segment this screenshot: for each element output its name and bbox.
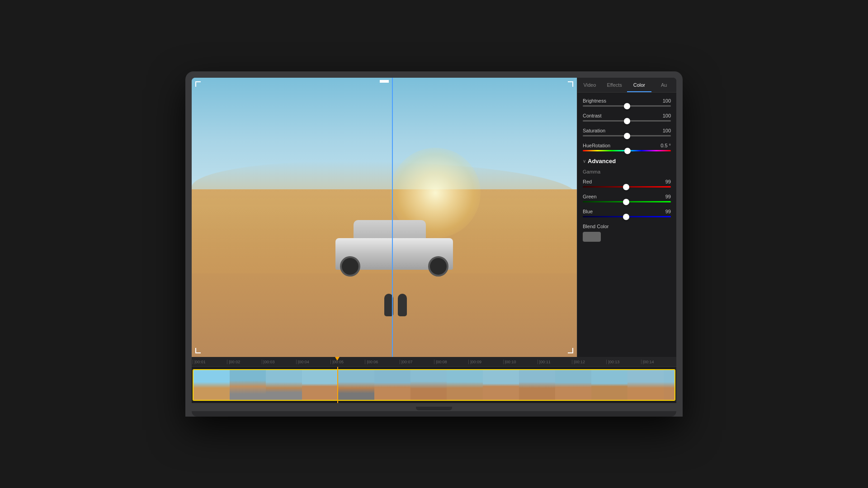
tab-color[interactable]: Color (627, 78, 652, 92)
car-silhouette (326, 216, 462, 279)
crop-handle-tr[interactable] (568, 81, 573, 87)
ruler-mark-4: |00:04 (296, 360, 330, 364)
laptop-bottom (192, 411, 676, 417)
green-slider[interactable] (583, 201, 671, 202)
green-value: 99 (665, 194, 671, 199)
ruler-mark-12: |00:12 (572, 360, 606, 364)
track-thumb-13 (627, 370, 664, 400)
blend-color-section: Blend Color (583, 224, 671, 242)
brightness-value: 100 (663, 98, 671, 103)
track-thumb-8 (447, 370, 483, 400)
hue-slider[interactable] (583, 150, 671, 151)
ruler-mark-2: |00:02 (227, 360, 261, 364)
contrast-control: Contrast 100 (583, 113, 671, 122)
video-area: 00:28 00 ⏮ ⏪ ▶ ⏩ ⏭ 100% ⛶ (192, 78, 577, 357)
track-thumb-10 (519, 370, 555, 400)
crop-handle-br[interactable] (568, 348, 573, 353)
blue-label: Blue (583, 209, 593, 214)
blend-color-label: Blend Color (583, 224, 671, 229)
ruler-mark-9: |00:09 (468, 360, 503, 364)
saturation-thumb (624, 133, 630, 139)
ruler-mark-6: |00:06 (365, 360, 399, 364)
advanced-section: ∨ Advanced Gamma Red 99 (583, 158, 671, 242)
track-thumb-5 (338, 370, 374, 400)
timeline-area: |00:01 |00:02 |00:03 |00:04 |00:05 |00:0… (192, 357, 676, 403)
app-content: 00:28 00 ⏮ ⏪ ▶ ⏩ ⏭ 100% ⛶ (192, 78, 676, 357)
contrast-thumb (624, 118, 630, 124)
car-wheel-right (428, 256, 448, 277)
track-thumb-2 (230, 370, 266, 400)
panel-tabs: Video Effects Color Au (577, 78, 676, 93)
hue-thumb (624, 148, 631, 154)
contrast-value: 100 (663, 113, 671, 118)
ruler-mark-10: |00:10 (503, 360, 538, 364)
blue-slider[interactable] (583, 216, 671, 217)
track-thumb-14 (664, 370, 675, 400)
crop-handle-tl[interactable] (195, 81, 201, 87)
ruler-mark-8: |00:08 (434, 360, 468, 364)
laptop-frame: 00:28 00 ⏮ ⏪ ▶ ⏩ ⏭ 100% ⛶ (185, 71, 683, 417)
red-slider[interactable] (583, 186, 671, 188)
video-track[interactable] (193, 369, 675, 401)
timeline-playhead-marker (335, 357, 340, 361)
blue-value: 99 (665, 209, 671, 214)
track-thumb-11 (555, 370, 591, 400)
saturation-slider[interactable] (583, 135, 671, 136)
color-panel-content: Brightness 100 Contrast 100 (577, 93, 676, 357)
red-value: 99 (665, 179, 671, 184)
ruler-mark-1: |00:01 (193, 360, 227, 364)
person-2 (398, 294, 407, 316)
contrast-label: Contrast (583, 113, 602, 118)
track-thumb-7 (410, 370, 447, 400)
track-thumb-12 (591, 370, 627, 400)
tab-audio[interactable]: Au (651, 78, 676, 92)
track-thumb-1 (193, 370, 230, 400)
green-control: Green 99 (583, 194, 671, 202)
hue-value: 0.5 ° (660, 143, 671, 148)
green-thumb (623, 199, 629, 205)
blend-color-swatch[interactable] (583, 232, 601, 242)
tab-video[interactable]: Video (577, 78, 602, 92)
brightness-control: Brightness 100 (583, 98, 671, 107)
video-playhead-line[interactable] (392, 78, 393, 357)
timeline-tracks (192, 367, 676, 403)
video-preview (192, 78, 577, 357)
advanced-header[interactable]: ∨ Advanced (583, 158, 671, 164)
red-thumb (623, 184, 629, 190)
crop-handle-tc[interactable] (380, 80, 389, 83)
ruler-mark-7: |00:07 (400, 360, 434, 364)
laptop-base (192, 403, 676, 411)
timeline-ruler: |00:01 |00:02 |00:03 |00:04 |00:05 |00:0… (192, 357, 676, 367)
ruler-mark-13: |00:13 (606, 360, 641, 364)
track-thumb-4 (302, 370, 338, 400)
car-wheel-left (340, 256, 360, 277)
contrast-slider[interactable] (583, 120, 671, 122)
laptop-screen: 00:28 00 ⏮ ⏪ ▶ ⏩ ⏭ 100% ⛶ (192, 78, 676, 403)
saturation-value: 100 (663, 128, 671, 133)
hue-rotation-control: HueRotation 0.5 ° (583, 143, 671, 151)
track-thumb-6 (374, 370, 410, 400)
track-playhead[interactable] (337, 367, 338, 403)
brightness-thumb (624, 103, 630, 109)
saturation-label: Saturation (583, 128, 605, 133)
ruler-mark-3: |00:03 (262, 360, 296, 364)
brightness-label: Brightness (583, 98, 606, 103)
ruler-mark-11: |00:11 (538, 360, 572, 364)
blue-control: Blue 99 (583, 209, 671, 217)
right-panel: Video Effects Color Au (577, 78, 676, 357)
saturation-control: Saturation 100 (583, 128, 671, 136)
laptop-notch (416, 407, 452, 410)
tab-effects[interactable]: Effects (602, 78, 627, 92)
green-label: Green (583, 194, 597, 199)
red-label: Red (583, 179, 592, 184)
crop-handle-bl[interactable] (195, 348, 201, 353)
hue-label: HueRotation (583, 143, 610, 148)
blue-thumb (623, 214, 629, 220)
gamma-label: Gamma (583, 169, 671, 174)
ruler-marks: |00:01 |00:02 |00:03 |00:04 |00:05 |00:0… (193, 360, 675, 364)
ruler-mark-14: |00:14 (641, 360, 675, 364)
red-control: Red 99 (583, 179, 671, 188)
brightness-slider[interactable] (583, 105, 671, 107)
advanced-title: Advanced (588, 158, 616, 164)
chevron-down-icon: ∨ (583, 159, 586, 164)
